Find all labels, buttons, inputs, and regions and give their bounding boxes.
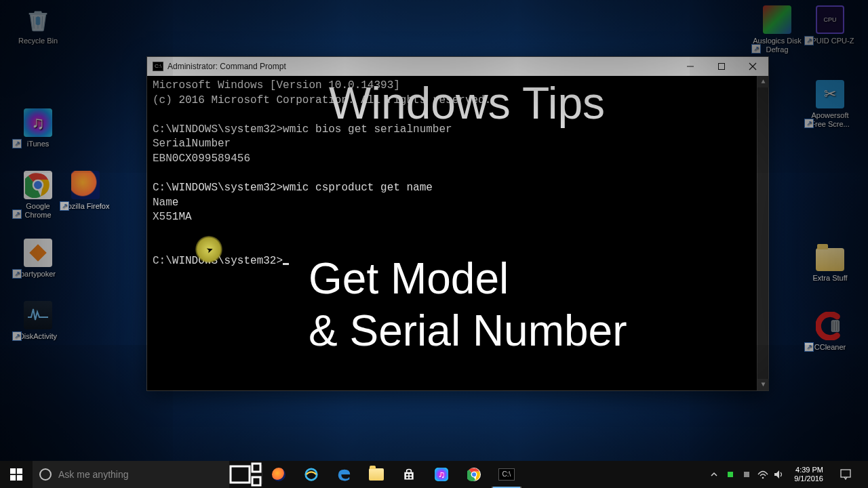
svg-rect-9 xyxy=(719,64,725,70)
file-explorer-icon xyxy=(369,468,384,481)
shortcut-overlay-icon: ↗ xyxy=(12,269,22,279)
svg-rect-22 xyxy=(406,476,408,479)
taskbar-pinned-itunes[interactable]: ♫ xyxy=(425,461,458,488)
action-center-button[interactable] xyxy=(831,468,860,481)
desktop-icon-label: Extra Stuff xyxy=(804,274,856,283)
cmd-line: C:\WINDOWS\system32>wmic csproduct get n… xyxy=(153,182,433,194)
edge-icon xyxy=(336,467,351,482)
desktop-icon-label: Recycle Bin xyxy=(12,37,64,45)
shortcut-overlay-icon: ↗ xyxy=(804,119,814,128)
cmd-line: SerialNumber xyxy=(153,138,231,150)
diskactivity-icon xyxy=(24,301,52,329)
svg-point-27 xyxy=(762,477,764,479)
apowersoft-icon: ✂ xyxy=(816,80,844,108)
tray-overflow-button[interactable] xyxy=(707,461,721,488)
cmd-cursor xyxy=(283,263,289,265)
taskbar-clock[interactable]: 4:39 PM 9/1/2016 xyxy=(789,466,829,483)
svg-rect-13 xyxy=(17,468,22,474)
desktop-icon-chrome[interactable]: ↗ Google Chrome xyxy=(12,171,64,219)
shortcut-overlay-icon: ↗ xyxy=(12,209,22,219)
svg-rect-14 xyxy=(10,475,16,481)
desktop-icon-ccleaner[interactable]: ↗ CCleaner xyxy=(804,312,856,352)
folder-icon xyxy=(816,248,844,271)
svg-rect-5 xyxy=(833,321,834,331)
desktop-icon-diskactivity[interactable]: ↗ DiskActivity xyxy=(12,301,64,341)
cmd-line: C:\WINDOWS\system32> xyxy=(153,255,283,267)
cmd-line: Name xyxy=(153,197,178,209)
task-view-button[interactable] xyxy=(229,461,262,488)
tray-network-icon[interactable] xyxy=(756,461,770,488)
taskbar-pinned-edge[interactable] xyxy=(328,461,360,488)
cmd-line: X551MA xyxy=(153,211,192,223)
ccleaner-icon xyxy=(816,312,844,340)
desktop-icon-partypoker[interactable]: ↗ partypoker xyxy=(12,239,64,279)
taskbar-pinned-ie[interactable] xyxy=(295,461,328,488)
chrome-icon xyxy=(24,171,52,199)
search-placeholder: Ask me anything xyxy=(58,469,129,480)
command-prompt-scrollbar[interactable]: ▲ ▼ xyxy=(757,76,768,390)
cpuz-icon: CPU xyxy=(816,5,844,34)
svg-rect-18 xyxy=(252,477,260,485)
desktop-icon-cpuz[interactable]: CPU ↗ CPUID CPU-Z xyxy=(804,5,856,45)
auslogics-icon xyxy=(763,5,791,34)
clock-date: 9/1/2016 xyxy=(794,474,823,483)
chrome-icon xyxy=(467,468,481,481)
taskbar-pinned-explorer[interactable] xyxy=(360,461,393,488)
firefox-icon xyxy=(272,468,285,481)
itunes-icon: ♫ xyxy=(24,108,52,137)
maximize-button[interactable] xyxy=(706,57,737,76)
scroll-up-button[interactable]: ▲ xyxy=(757,76,769,87)
shortcut-overlay-icon: ↗ xyxy=(751,44,761,54)
desktop-icon-extra-stuff[interactable]: Extra Stuff xyxy=(804,248,856,283)
search-box[interactable]: Ask me anything xyxy=(33,461,229,488)
command-prompt-title: Administrator: Command Prompt xyxy=(167,62,675,71)
shortcut-overlay-icon: ↗ xyxy=(12,331,22,341)
desktop-icon-recycle-bin[interactable]: Recycle Bin xyxy=(12,5,64,45)
minimize-button[interactable] xyxy=(675,57,706,76)
store-icon xyxy=(402,468,416,481)
start-button[interactable] xyxy=(0,461,33,488)
taskbar-pinned-firefox[interactable] xyxy=(262,461,295,488)
desktop-icon-firefox[interactable]: ↗ Mozilla Firefox xyxy=(60,171,111,211)
taskbar-pinned-store[interactable] xyxy=(393,461,425,488)
command-prompt-icon: C:\ xyxy=(153,62,163,71)
desktop-icon-auslogics[interactable]: ↗ Auslogics Disk Defrag xyxy=(751,5,803,54)
cmd-line: C:\WINDOWS\system32>wmic bios get serial… xyxy=(153,123,452,136)
desktop-icon-apowersoft[interactable]: ✂ ↗ Apowersoft Free Scre... xyxy=(804,80,856,128)
svg-rect-23 xyxy=(410,476,412,479)
cmd-line: Microsoft Windows [Version 10.0.14393] xyxy=(153,79,400,92)
taskbar-pinned-chrome[interactable] xyxy=(458,461,490,488)
command-prompt-icon: C:\ xyxy=(498,468,515,481)
firefox-icon xyxy=(71,171,100,199)
cortana-icon xyxy=(39,468,52,481)
desktop-icon-itunes[interactable]: ♫ ↗ iTunes xyxy=(12,108,64,148)
cmd-line: (c) 2016 Microsoft Corporation. All righ… xyxy=(153,94,491,106)
taskbar[interactable]: Ask me anything ♫ C:\ 4:39 PM 9/1/2 xyxy=(0,461,868,488)
shortcut-overlay-icon: ↗ xyxy=(12,139,22,148)
scroll-down-button[interactable]: ▼ xyxy=(757,379,769,390)
recycle-bin-icon xyxy=(24,5,52,34)
svg-rect-20 xyxy=(406,474,408,476)
svg-rect-17 xyxy=(252,464,260,472)
shortcut-overlay-icon: ↗ xyxy=(804,36,814,45)
tray-app-icon[interactable] xyxy=(724,461,737,488)
svg-rect-7 xyxy=(837,321,839,331)
shortcut-overlay-icon: ↗ xyxy=(60,201,69,211)
command-prompt-body[interactable]: Microsoft Windows [Version 10.0.14393] (… xyxy=(147,76,768,390)
command-prompt-titlebar[interactable]: C:\ Administrator: Command Prompt xyxy=(147,57,768,76)
shortcut-overlay-icon: ↗ xyxy=(804,342,814,352)
svg-rect-21 xyxy=(410,474,412,476)
clock-time: 4:39 PM xyxy=(794,466,823,474)
close-button[interactable] xyxy=(737,57,768,76)
taskbar-running-cmd[interactable]: C:\ xyxy=(490,461,523,488)
command-prompt-window[interactable]: C:\ Administrator: Command Prompt Micros… xyxy=(146,56,769,391)
svg-rect-28 xyxy=(841,470,850,477)
partypoker-icon xyxy=(24,239,52,267)
cmd-line: EBN0CX099589456 xyxy=(153,152,250,165)
svg-rect-12 xyxy=(10,468,16,474)
system-tray: 4:39 PM 9/1/2016 xyxy=(707,461,868,488)
svg-marker-3 xyxy=(29,244,47,262)
svg-rect-6 xyxy=(835,321,836,331)
tray-app-icon[interactable] xyxy=(740,461,753,488)
tray-volume-icon[interactable] xyxy=(772,461,786,488)
